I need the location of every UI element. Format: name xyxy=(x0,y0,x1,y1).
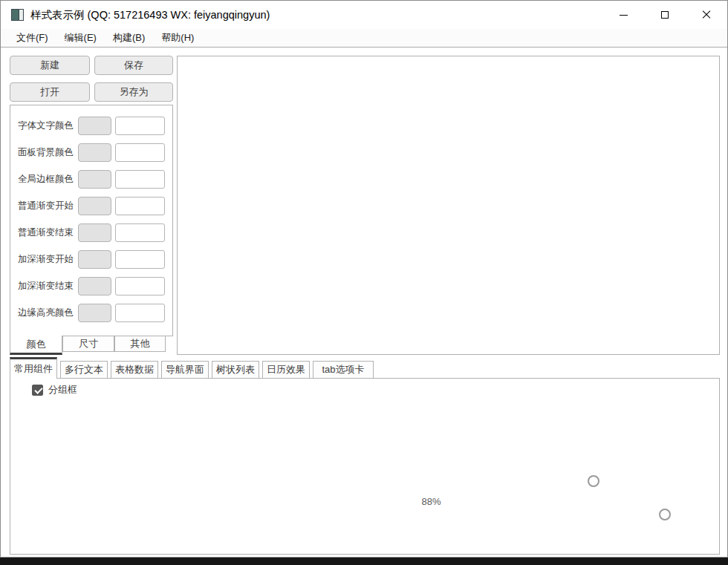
tab-size[interactable]: 尺寸 xyxy=(62,336,114,352)
color-setting-label: 普通渐变结束 xyxy=(18,223,80,242)
preview-panel xyxy=(177,56,720,355)
tab-nav-ui[interactable]: 导航界面 xyxy=(161,361,209,379)
color-setting-label: 面板背景颜色 xyxy=(18,143,80,162)
color-value-input[interactable] xyxy=(115,143,165,162)
groupbox-title: 分组框 xyxy=(27,383,82,396)
menu-edit[interactable]: 编辑(E) xyxy=(56,29,105,48)
menu-build[interactable]: 构建(B) xyxy=(105,29,153,48)
color-swatch-button[interactable] xyxy=(78,143,111,162)
menu-file[interactable]: 文件(F) xyxy=(8,29,56,48)
groupbox-title-label: 分组框 xyxy=(48,383,77,396)
color-swatch-button[interactable] xyxy=(78,277,111,295)
slider-handle[interactable] xyxy=(588,475,599,487)
open-button[interactable]: 打开 xyxy=(10,82,90,102)
color-settings-panel: 字体文字颜色 面板背景颜色 全局边框颜色 普通渐变开始 普通渐变结束 加深渐变开… xyxy=(10,105,173,336)
color-swatch-button[interactable] xyxy=(78,170,111,189)
color-value-input[interactable] xyxy=(115,250,165,269)
tab-tree-list[interactable]: 树状列表 xyxy=(212,361,259,379)
color-swatch-button[interactable] xyxy=(78,304,111,322)
color-value-input[interactable] xyxy=(115,277,165,295)
color-value-input[interactable] xyxy=(115,117,165,135)
color-setting-label: 加深渐变结束 xyxy=(18,277,80,295)
new-button[interactable]: 新建 xyxy=(10,56,90,75)
tab-content-panel xyxy=(10,378,720,555)
color-value-input[interactable] xyxy=(115,304,165,322)
color-setting-label: 普通渐变开始 xyxy=(18,197,80,215)
window-title: 样式表示例 (QQ: 517216493 WX: feiyangqingyun) xyxy=(30,1,270,29)
tab-multiline-text[interactable]: 多行文本 xyxy=(60,361,108,379)
color-setting-label: 加深渐变开始 xyxy=(18,250,80,269)
menu-bar: 文件(F) 编辑(E) 构建(B) 帮助(H) xyxy=(1,29,727,48)
color-setting-label: 字体文字颜色 xyxy=(18,117,80,135)
close-icon xyxy=(702,10,711,19)
maximize-icon xyxy=(661,11,669,19)
color-setting-label: 边缘高亮颜色 xyxy=(18,304,80,322)
color-setting-label: 全局边框颜色 xyxy=(18,170,80,189)
tab-common-widgets[interactable]: 常用组件 xyxy=(10,357,57,379)
save-button[interactable]: 保存 xyxy=(94,56,173,75)
desktop-strip xyxy=(0,558,728,565)
tab-table-data[interactable]: 表格数据 xyxy=(111,361,158,379)
tab-other[interactable]: 其他 xyxy=(114,336,166,352)
color-value-input[interactable] xyxy=(115,170,165,189)
minimize-button[interactable] xyxy=(606,1,640,29)
close-button[interactable] xyxy=(689,1,724,29)
color-swatch-button[interactable] xyxy=(78,250,111,269)
color-swatch-button[interactable] xyxy=(78,223,111,242)
menu-help[interactable]: 帮助(H) xyxy=(153,29,202,48)
groupbox-title-checkbox[interactable] xyxy=(32,385,43,396)
tab-calendar[interactable]: 日历效果 xyxy=(262,361,310,379)
app-icon xyxy=(11,9,24,21)
vertical-slider-handle[interactable] xyxy=(659,509,671,520)
save-as-button[interactable]: 另存为 xyxy=(94,82,173,102)
color-value-input[interactable] xyxy=(115,223,165,242)
app-window: 样式表示例 (QQ: 517216493 WX: feiyangqingyun)… xyxy=(0,0,728,558)
minimize-icon xyxy=(620,15,628,16)
color-value-input[interactable] xyxy=(115,197,165,215)
title-bar: 样式表示例 (QQ: 517216493 WX: feiyangqingyun) xyxy=(1,1,727,29)
color-swatch-button[interactable] xyxy=(78,117,111,135)
tab-tab-pages[interactable]: tab选项卡 xyxy=(313,361,374,379)
progress-bar: 88% xyxy=(210,494,652,509)
maximize-button[interactable] xyxy=(648,1,682,29)
progress-bar-label: 88% xyxy=(210,494,652,509)
tab-color[interactable]: 颜色 xyxy=(10,336,62,355)
color-swatch-button[interactable] xyxy=(78,197,111,215)
